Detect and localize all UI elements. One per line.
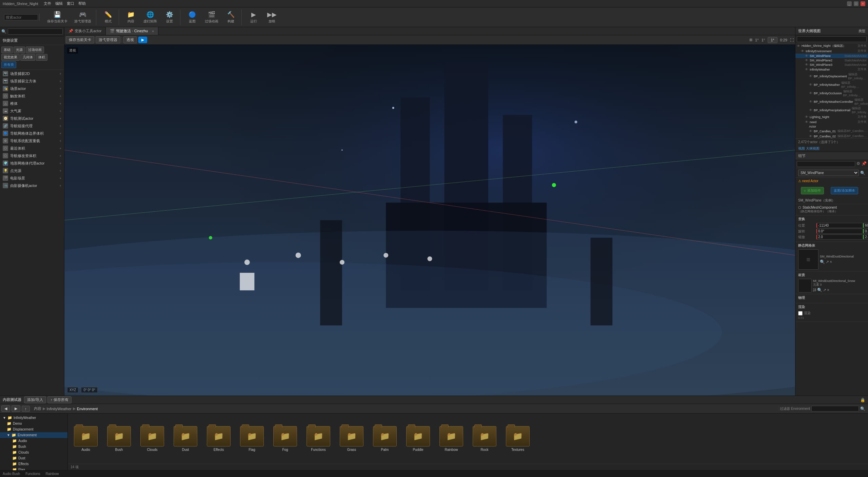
sidebar-item-cone[interactable]: △ 椎体 + (0, 100, 64, 107)
outliner-item-precipitation[interactable]: 👁 BP_InfinityPrecipitationHail 编辑器BP_Inf… (795, 106, 868, 114)
outliner-search-input[interactable] (797, 36, 867, 42)
mesh-clear-icon[interactable]: × (830, 260, 832, 264)
mesh-open-icon[interactable]: ↗ (826, 260, 829, 264)
mesh-browse-icon[interactable]: 🔍 (820, 260, 825, 264)
asset-folder-flag[interactable]: 📁 Flag (237, 425, 267, 453)
sidebar-item-navmod[interactable]: ⬡ 导航修改资体积 + (0, 152, 64, 159)
sidebar-item-point-light[interactable]: 💡 点光源 + (0, 167, 64, 174)
blueprint-script-button[interactable]: 蓝图/添加脚本 (831, 187, 858, 194)
play-button[interactable]: ▶ 运行 (245, 9, 262, 25)
fullscreen-icon[interactable]: ⛶ (790, 38, 794, 42)
section-light[interactable]: 光源 (14, 46, 25, 53)
play-in-vp-button[interactable]: ▶ (138, 37, 147, 43)
material-details-icon[interactable]: 詳 (813, 288, 816, 292)
section-basic[interactable]: 基础 (1, 46, 13, 53)
tree-clouds[interactable]: 📁 Clouds (0, 450, 67, 455)
position-y-input[interactable] (863, 223, 868, 228)
sidebar-item-scene-actor[interactable]: 🎭 场景actor + (0, 85, 64, 92)
scale-x-input[interactable] (816, 234, 863, 240)
outliner-item-occlusion[interactable]: 👁 BP_InfinityOcclusion 编辑器BP_Infinity… (795, 89, 868, 97)
mode-button[interactable]: ✏️ 模式 (100, 9, 117, 25)
asset-folder-grass[interactable]: 📁 Grass (336, 425, 367, 453)
marketplace-button[interactable]: 🌐 虚幻矩阵 (141, 9, 160, 25)
render-checkbox[interactable] (798, 311, 803, 316)
asset-folder-rock[interactable]: 📁 Rock (469, 425, 500, 453)
material-clear-icon[interactable]: × (827, 288, 829, 292)
save-map-button[interactable]: 保存当前关卡 (66, 36, 94, 43)
scale-y-input[interactable] (863, 234, 868, 240)
asset-folder-palm[interactable]: 📁 Palm (370, 425, 400, 453)
tree-environment[interactable]: ▼ 📁 Environment (0, 432, 67, 438)
save-level-button[interactable]: 💾 保存当前关卡 (44, 9, 70, 25)
main-viewport[interactable]: XYZ 0° 0° 0° 透视 (64, 45, 795, 396)
sidebar-item-navtest[interactable]: 🧭 导航测试actor + (0, 115, 64, 122)
outliner-item-windplane2[interactable]: 👁 SM_WindPlane2 StaticMeshActor (795, 58, 868, 62)
add-component-button[interactable]: + 添加组件 (801, 187, 824, 194)
tree-audio[interactable]: 📁 Audio (0, 438, 67, 444)
section-visual[interactable]: 视觉效果 (1, 54, 20, 61)
close-button[interactable]: × (861, 1, 865, 6)
section-volume[interactable]: 体积 (36, 54, 47, 61)
sidebar-item-navconfig[interactable]: ⚙ 导航系统配置重载 + (0, 137, 64, 145)
sidebar-item-close-volume[interactable]: ⬡ 最近体积 + (0, 145, 64, 152)
sidebar-search-input[interactable] (8, 28, 63, 35)
cinematic-button[interactable]: 🎬 过场动画 (202, 9, 221, 25)
asset-folder-functions[interactable]: 📁 Functions (303, 425, 334, 453)
outliner-item-displacement[interactable]: 👁 BP_InfinityDisplacement 编辑器BP_Infinity… (795, 72, 868, 80)
filter-input[interactable] (811, 406, 859, 412)
outliner-item-need[interactable]: 👁 need 文件夹 (795, 119, 868, 125)
source-ctrl-button[interactable]: 游弋管理器 (96, 36, 120, 43)
tree-bush[interactable]: 📁 Bush (0, 444, 67, 450)
sidebar-item-fog[interactable]: ☁ 大气雾 + (0, 107, 64, 115)
outliner-item-env[interactable]: 👁 InfinityEnvironment 文件夹 (795, 49, 868, 54)
breadcrumb-infinityweather[interactable]: InfinityWeather (47, 407, 72, 411)
asset-folder-rainbow[interactable]: 📁 Rainbow (436, 425, 467, 453)
build-button[interactable]: 🔨 构建 (222, 9, 239, 25)
outliner-item-weather-folder[interactable]: 👁 InfinityWeather 文件夹 (795, 67, 868, 72)
sidebar-item-cine-camera[interactable]: 📹 由影摄像机actor + (0, 182, 64, 189)
menu-edit[interactable]: 编辑 (55, 1, 63, 6)
mesh-search-icon[interactable]: 🔍 (860, 171, 865, 175)
section-geometry[interactable]: 几何体 (20, 54, 35, 61)
view-option[interactable]: 视图 大纲视图 (795, 146, 868, 152)
minimize-button[interactable]: _ (847, 1, 852, 6)
asset-folder-audio[interactable]: 📁 Audio (71, 425, 101, 453)
resolution-button[interactable]: 1* (768, 37, 777, 43)
breadcrumb-environment[interactable]: Environment (77, 407, 98, 411)
launch-button[interactable]: ▶▶ 放映 (263, 9, 280, 25)
maximize-button[interactable]: □ (854, 1, 859, 6)
import-export-button[interactable]: 添加/导入 (24, 396, 46, 403)
menu-window[interactable]: 窗口 (67, 1, 74, 6)
sidebar-item-navlink[interactable]: 🔗 导航链接代理 + (0, 122, 64, 130)
asset-folder-textures[interactable]: 📁 Textures (502, 425, 533, 453)
details-search-input[interactable] (797, 161, 855, 167)
settings-button[interactable]: ⚙️ 设置 (161, 9, 178, 25)
search-actor-input[interactable] (4, 14, 38, 20)
rotation-y-input[interactable] (863, 229, 868, 234)
asset-folder-bush[interactable]: 📁 Bush (104, 425, 134, 453)
outliner-item-controller[interactable]: 👁 BP_InfinityWeatherController 编辑器BP_Inf… (795, 97, 868, 106)
cb-nav-back[interactable]: ◀ (1, 405, 10, 412)
blueprint-button[interactable]: 🔵 蓝图 (184, 9, 201, 25)
tree-flag[interactable]: 📁 Flag (0, 467, 67, 470)
save-all-button[interactable]: ↑ 保存所有 (47, 396, 72, 403)
cb-nav-up[interactable]: ↑ (22, 406, 30, 412)
viewport-main-tab[interactable]: 🎬 驾驶激活 · Cinezhu × (106, 27, 158, 35)
sidebar-item-landscape-proxy[interactable]: 🌍 地形网格体代理actor + (0, 159, 64, 167)
outliner-item-candles02[interactable]: 👁 BP_Candles_02 编辑器BP_Candles… (795, 134, 868, 138)
content-button[interactable]: 📁 内容 (122, 9, 139, 25)
tree-effects[interactable]: 📁 Effects (0, 461, 67, 467)
cb-lock-icon[interactable]: 🔒 (860, 398, 865, 402)
material-open-icon[interactable]: ↗ (823, 288, 826, 292)
asset-folder-clouds[interactable]: 📁 Clouds (137, 425, 167, 453)
asset-folder-puddle[interactable]: 📁 Puddle (403, 425, 433, 453)
physics-header[interactable]: 物理 (798, 295, 865, 300)
asset-folder-effects[interactable]: 📁 Effects (203, 425, 234, 453)
mesh-selector-dropdown[interactable]: SM_WindPlane (798, 170, 859, 176)
menu-help[interactable]: 帮助 (78, 1, 86, 6)
perspective-button[interactable]: 透视 (123, 36, 137, 43)
asset-folder-dust[interactable]: 📁 Dust (170, 425, 201, 453)
outliner-item-infweather[interactable]: 👁 BP_InfinityWeather 编辑器BP_Infinity… (795, 80, 868, 89)
tree-demo[interactable]: 📁 Demo (0, 421, 67, 426)
tree-displacement[interactable]: 📁 Displacement (0, 426, 67, 432)
